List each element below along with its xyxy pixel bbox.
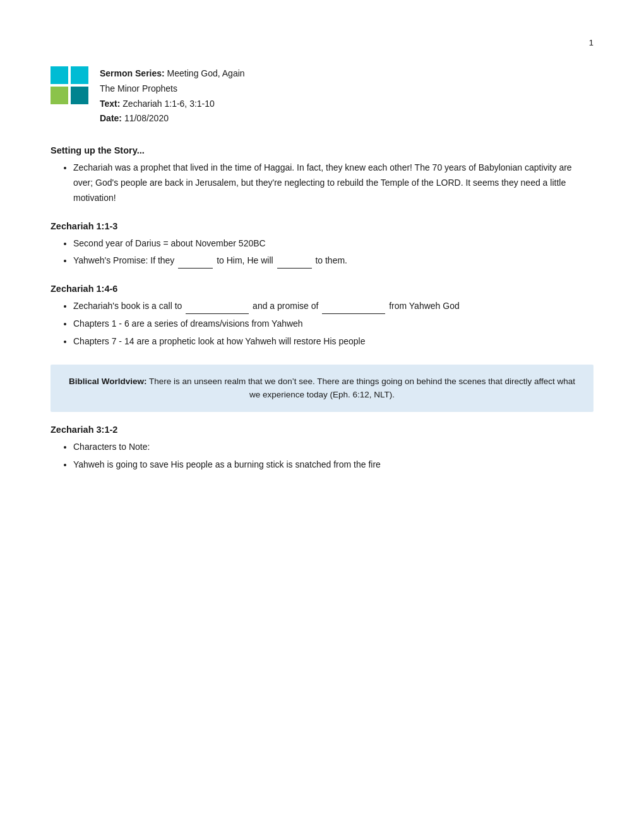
logo-cell-3 — [51, 87, 68, 104]
section-title-zech113: Zechariah 1:1-3 — [51, 221, 593, 231]
logo-cell-2 — [71, 66, 88, 84]
list-item-promise: Yahweh's Promise: If they to Him, He wil… — [73, 253, 593, 269]
text-label: Text: — [100, 99, 120, 109]
date-value: 11/08/2020 — [122, 113, 169, 123]
list-item: Chapters 1 - 6 are a series of dreams/vi… — [73, 317, 593, 332]
section-title-zech312: Zechariah 3:1-2 — [51, 425, 593, 435]
section-zech-312: Zechariah 3:1-2 Characters to Note: Yahw… — [51, 425, 593, 473]
series-label: Sermon Series: — [100, 68, 165, 78]
page-number: 1 — [51, 38, 593, 47]
section-title-setting: Setting up the Story... — [51, 145, 593, 155]
section-zech-146: Zechariah 1:4-6 Zechariah's book is a ca… — [51, 284, 593, 349]
bullet-list-zech113: Second year of Darius = about November 5… — [51, 236, 593, 269]
list-item: Second year of Darius = about November 5… — [73, 236, 593, 251]
series-sub: The Minor Prophets — [100, 83, 177, 94]
bullet-list-setting: Zechariah was a prophet that lived in th… — [51, 160, 593, 205]
section-zech-113: Zechariah 1:1-3 Second year of Darius = … — [51, 221, 593, 269]
callout-text: There is an unseen realm that we don’t s… — [147, 377, 575, 400]
list-item: Zechariah was a prophet that lived in th… — [73, 160, 593, 205]
callout-box: Biblical Worldview: There is an unseen r… — [51, 365, 593, 412]
list-item-call: Zechariah's book is a call to and a prom… — [73, 299, 593, 314]
section-setting: Setting up the Story... Zechariah was a … — [51, 145, 593, 205]
date-label: Date: — [100, 113, 122, 123]
section-title-zech146: Zechariah 1:4-6 — [51, 284, 593, 294]
text-value: Zechariah 1:1-6, 3:1-10 — [120, 99, 214, 109]
list-item-characters: Characters to Note: — [73, 440, 593, 455]
callout-label: Biblical Worldview: — [69, 377, 147, 386]
logo-cell-1 — [51, 66, 68, 84]
bullet-list-zech146: Zechariah's book is a call to and a prom… — [51, 299, 593, 349]
header-section: Sermon Series: Meeting God, Again The Mi… — [51, 66, 593, 126]
list-item-burning-stick: Yahweh is going to save His people as a … — [73, 457, 593, 473]
list-item: Chapters 7 - 14 are a prophetic look at … — [73, 334, 593, 349]
header-text: Sermon Series: Meeting God, Again The Mi… — [100, 66, 245, 126]
bullet-list-zech312: Characters to Note: Yahweh is going to s… — [51, 440, 593, 473]
logo-grid — [51, 66, 88, 104]
logo-cell-4 — [71, 87, 88, 104]
series-value: Meeting God, Again — [165, 68, 245, 78]
